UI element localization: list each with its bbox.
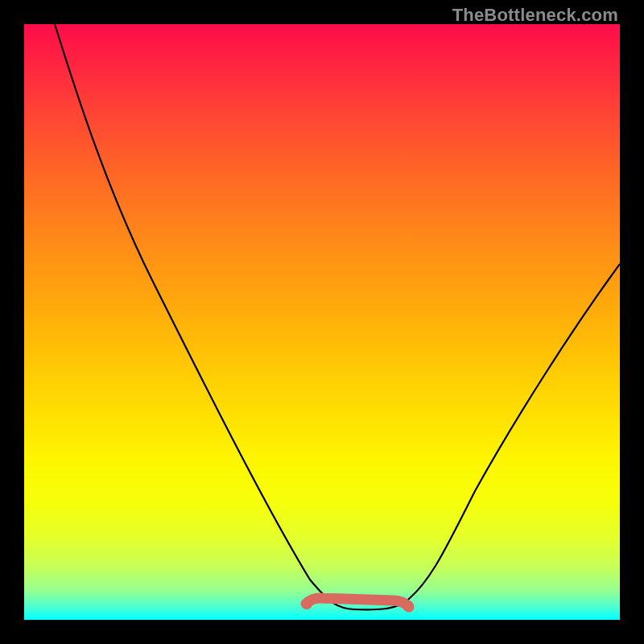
- chart-container: TheBottleneck.com: [0, 0, 644, 644]
- flat-segment-end-left: [301, 598, 312, 609]
- plot-area: [24, 24, 620, 620]
- flat-segment-end-right: [402, 601, 414, 612]
- curve-path: [55, 24, 620, 609]
- bottleneck-curve: [24, 24, 620, 620]
- flat-segment: [306, 598, 409, 607]
- watermark-text: TheBottleneck.com: [452, 5, 618, 26]
